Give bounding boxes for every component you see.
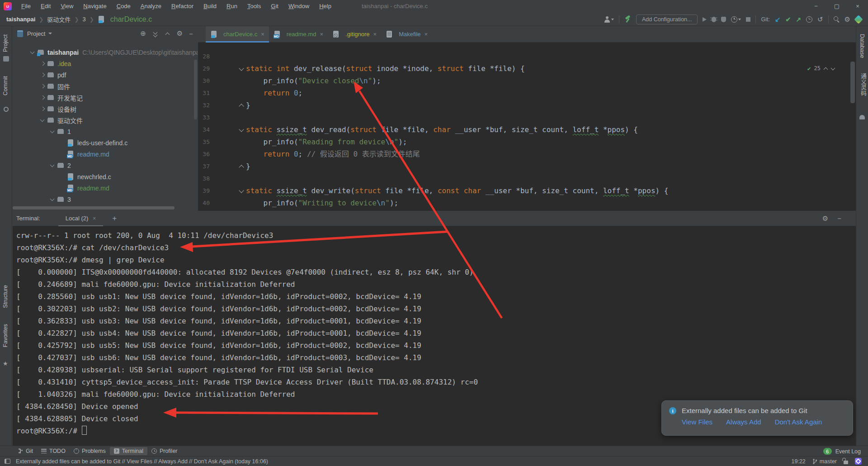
tree-row[interactable]: taishanpai C:\Users\QINGJUE\Desktop\git\… <box>13 47 198 58</box>
stripe-tab-structure[interactable]: Structure <box>2 285 9 308</box>
fold-marker-icon[interactable] <box>238 99 246 111</box>
vertical-scrollbar[interactable] <box>194 60 197 119</box>
menu-item[interactable]: Edit <box>36 0 56 13</box>
breadcrumb-item[interactable]: 3 ❯ <box>82 16 97 23</box>
inspection-widget[interactable]: ✔ 25 <box>807 62 835 75</box>
close-icon[interactable]: × <box>261 31 264 38</box>
locate-file-button[interactable]: ⊕ <box>140 29 146 38</box>
new-terminal-button[interactable]: + <box>112 214 117 223</box>
close-icon[interactable]: × <box>425 31 428 38</box>
stop-button[interactable] <box>746 17 750 22</box>
close-button[interactable]: × <box>847 0 868 13</box>
breadcrumb-item[interactable]: 驱动文件 ❯ <box>47 15 82 24</box>
lingma-plugin-icon[interactable] <box>855 458 862 465</box>
menu-item[interactable]: Analyze <box>136 0 166 13</box>
debug-button[interactable] <box>712 17 716 22</box>
minimize-panel-button[interactable]: − <box>837 214 841 222</box>
tree-row[interactable]: 驱动文件 <box>13 114 198 126</box>
run-button[interactable] <box>703 17 707 22</box>
tree-row[interactable]: readme.md <box>13 148 198 160</box>
tree-chevron-icon[interactable] <box>59 182 67 194</box>
fold-marker-icon[interactable] <box>238 87 246 99</box>
close-icon[interactable]: × <box>93 215 96 222</box>
tree-chevron-icon[interactable] <box>39 58 47 69</box>
search-icon[interactable] <box>834 16 840 22</box>
maximize-button[interactable]: ▢ <box>826 0 847 13</box>
tool-window-button[interactable]: TODO <box>37 447 70 455</box>
tree-chevron-icon[interactable] <box>39 114 47 126</box>
fold-marker-icon[interactable] <box>238 148 246 160</box>
tree-row[interactable]: leds-user-defind.c <box>13 137 198 148</box>
tree-chevron-icon[interactable] <box>49 194 57 205</box>
event-log-button[interactable]: 6 Event Log <box>823 446 861 456</box>
tree-row[interactable]: 2 <box>13 160 198 171</box>
tree-row[interactable]: 固件 <box>13 81 198 92</box>
fold-marker-icon[interactable] <box>238 62 246 75</box>
fold-marker-icon[interactable] <box>238 75 246 87</box>
tree-chevron-icon[interactable] <box>39 92 47 103</box>
fold-marker-icon[interactable] <box>238 124 246 136</box>
expand-all-icon[interactable] <box>152 31 158 37</box>
tree-row[interactable]: pdf <box>13 69 198 81</box>
assistant-plugin-icon[interactable] <box>854 15 863 24</box>
tree-chevron-icon[interactable] <box>39 103 47 114</box>
menu-item[interactable]: Navigate <box>78 0 111 13</box>
tree-row[interactable]: readme.md <box>13 182 198 194</box>
minimize-button[interactable]: − <box>806 0 826 13</box>
tree-row[interactable]: 3 <box>13 194 198 205</box>
close-icon[interactable]: × <box>320 31 323 38</box>
history-button[interactable] <box>806 16 812 23</box>
editor-tab[interactable]: .gitignore × <box>328 26 381 42</box>
star-icon[interactable]: ★ <box>3 360 8 367</box>
editor-tab[interactable]: charDevice.c × <box>206 26 269 42</box>
menu-item[interactable]: File <box>16 0 36 13</box>
panel-settings-gear-icon[interactable]: ⚙ <box>177 29 183 38</box>
add-configuration-button[interactable]: Add Configuration... <box>636 14 698 24</box>
menu-item[interactable]: Build <box>198 0 222 13</box>
horizontal-scrollbar[interactable] <box>13 206 175 209</box>
fold-marker-icon[interactable] <box>238 160 246 172</box>
prev-problem-icon[interactable] <box>824 67 828 71</box>
tree-chevron-icon[interactable] <box>29 47 37 58</box>
tree-chevron-icon[interactable] <box>59 137 67 148</box>
menu-item[interactable]: Tools <box>242 0 266 13</box>
terminal-tab[interactable]: Local (2) × <box>57 211 104 226</box>
tree-row[interactable]: newchrled.c <box>13 171 198 182</box>
code-area[interactable]: 28 29 static int dev_release(struct inod… <box>198 43 856 211</box>
bell-icon[interactable] <box>859 115 865 119</box>
menu-item[interactable]: View <box>56 0 78 13</box>
tree-row[interactable]: 1 <box>13 126 198 137</box>
profile-button[interactable] <box>604 16 614 23</box>
profiler-button[interactable] <box>731 16 741 23</box>
settings-gear-icon[interactable]: ⚙ <box>844 15 850 24</box>
fold-marker-icon[interactable] <box>238 197 246 209</box>
tree-row[interactable]: 设备树 <box>13 103 198 114</box>
tool-window-button[interactable]: Git <box>14 447 37 455</box>
build-hammer-icon[interactable] <box>624 16 631 23</box>
menu-item[interactable]: Window <box>283 0 314 13</box>
stripe-tab-favorites[interactable]: Favorites <box>2 324 9 347</box>
notification-action[interactable]: Don't Ask Again <box>775 418 822 426</box>
chevron-down-icon[interactable] <box>48 33 52 34</box>
project-panel-title[interactable]: Project <box>27 30 45 37</box>
commit-icon[interactable] <box>4 107 9 112</box>
collapse-all-icon[interactable] <box>165 31 170 37</box>
editor-tab[interactable]: readme.md × <box>269 26 328 42</box>
folder-icon[interactable] <box>3 56 9 62</box>
tree-row[interactable]: 开发笔记 <box>13 92 198 103</box>
git-update-button[interactable]: ↙ <box>775 15 781 24</box>
git-branch-widget[interactable]: master <box>812 458 837 465</box>
rollback-button[interactable]: ↺ <box>817 15 823 24</box>
tree-chevron-icon[interactable] <box>49 126 57 137</box>
breadcrumb-item[interactable]: taishanpai ❯ <box>6 16 47 23</box>
fold-marker-icon[interactable] <box>238 50 246 62</box>
stripe-tab-project[interactable]: Project <box>2 34 9 52</box>
menu-item[interactable]: Git <box>266 0 283 13</box>
tree-chevron-icon[interactable] <box>39 69 47 81</box>
fold-marker-icon[interactable] <box>238 111 246 124</box>
tree-chevron-icon[interactable] <box>39 81 47 92</box>
notification-action[interactable]: Always Add <box>726 418 761 426</box>
notification-action[interactable]: View Files <box>682 418 712 426</box>
menu-item[interactable]: Run <box>222 0 242 13</box>
hide-panel-button[interactable]: − <box>189 30 193 38</box>
